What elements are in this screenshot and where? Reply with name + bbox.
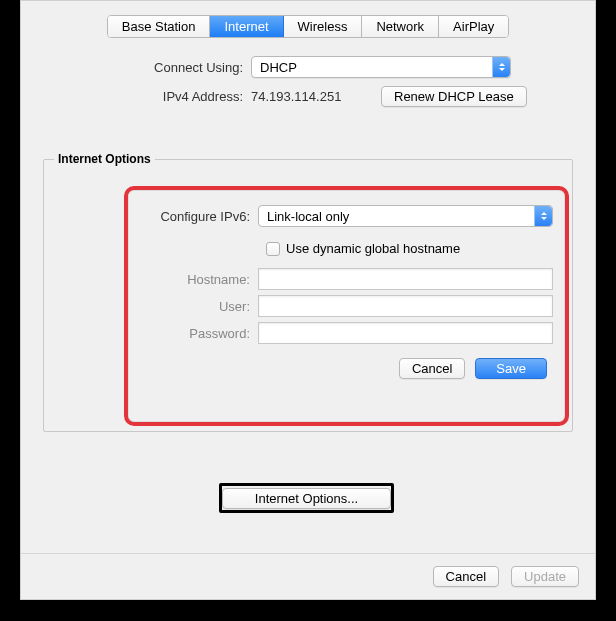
configure-ipv6-label: Configure IPv6:	[128, 209, 258, 224]
dynamic-hostname-row: Use dynamic global hostname	[266, 241, 553, 256]
tab-wireless[interactable]: Wireless	[284, 16, 363, 37]
password-row: Password:	[128, 322, 553, 344]
user-label: User:	[128, 299, 258, 314]
connect-using-select[interactable]: DHCP	[251, 56, 511, 78]
tab-airplay[interactable]: AirPlay	[439, 16, 508, 37]
cancel-button[interactable]: Cancel	[433, 566, 499, 587]
hostname-field[interactable]	[258, 268, 553, 290]
hostname-label: Hostname:	[128, 272, 258, 287]
user-field[interactable]	[258, 295, 553, 317]
dynamic-hostname-label: Use dynamic global hostname	[286, 241, 460, 256]
connect-using-label: Connect Using:	[21, 60, 251, 75]
password-label: Password:	[128, 326, 258, 341]
user-row: User:	[128, 295, 553, 317]
password-field[interactable]	[258, 322, 553, 344]
select-arrows-icon	[534, 206, 552, 226]
tab-base-station[interactable]: Base Station	[108, 16, 211, 37]
tab-network[interactable]: Network	[362, 16, 439, 37]
connect-using-row: Connect Using: DHCP	[21, 56, 595, 78]
internet-options-highlight: Internet Options...	[219, 483, 394, 513]
configure-ipv6-select[interactable]: Link-local only	[258, 205, 553, 227]
ipv4-label: IPv4 Address:	[21, 89, 251, 104]
internet-options-group: Internet Options Configure IPv6: Link-lo…	[43, 159, 573, 432]
bottom-bar: Cancel Update	[21, 553, 595, 599]
tab-bar: Base Station Internet Wireless Network A…	[21, 1, 595, 50]
internet-options-button[interactable]: Internet Options...	[222, 488, 391, 509]
connect-using-value: DHCP	[260, 60, 297, 75]
renew-dhcp-button[interactable]: Renew DHCP Lease	[381, 86, 527, 107]
select-arrows-icon	[492, 57, 510, 77]
ipv4-value: 74.193.114.251	[251, 89, 381, 104]
options-sheet: Configure IPv6: Link-local only Use dyna…	[124, 186, 569, 426]
ipv4-row: IPv4 Address: 74.193.114.251 Renew DHCP …	[21, 86, 595, 107]
configure-ipv6-row: Configure IPv6: Link-local only	[128, 205, 553, 227]
dynamic-hostname-checkbox[interactable]	[266, 242, 280, 256]
update-button[interactable]: Update	[511, 566, 579, 587]
tab-segment: Base Station Internet Wireless Network A…	[107, 15, 510, 38]
group-title: Internet Options	[54, 152, 155, 166]
tab-internet[interactable]: Internet	[210, 16, 283, 37]
sheet-button-row: Cancel Save	[128, 358, 547, 379]
preferences-panel: Base Station Internet Wireless Network A…	[20, 0, 596, 600]
sheet-save-button[interactable]: Save	[475, 358, 547, 379]
hostname-row: Hostname:	[128, 268, 553, 290]
configure-ipv6-value: Link-local only	[267, 209, 349, 224]
sheet-cancel-button[interactable]: Cancel	[399, 358, 465, 379]
